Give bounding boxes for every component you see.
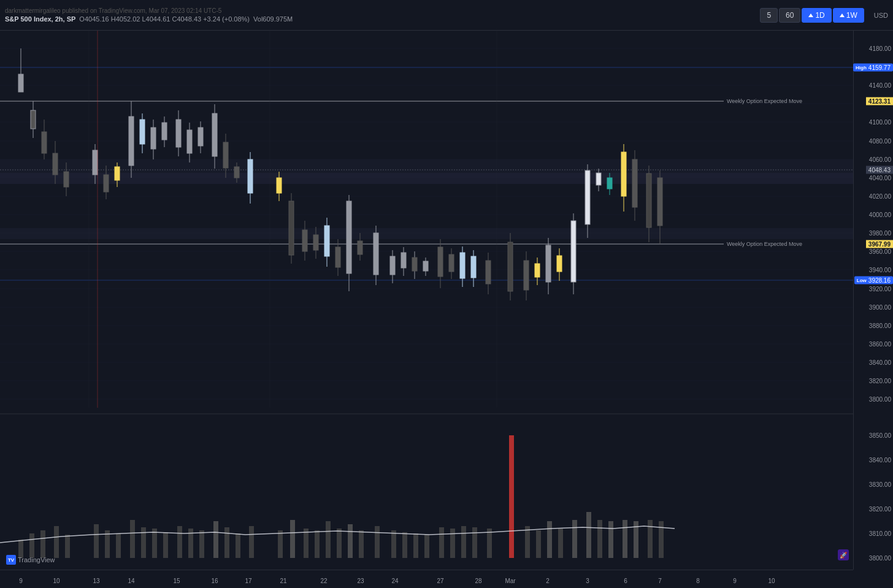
- svg-rect-76: [302, 230, 307, 251]
- svg-rect-162: [402, 532, 407, 558]
- date-16: 16: [211, 578, 218, 584]
- date-3: 3: [586, 578, 589, 584]
- svg-rect-80: [324, 226, 329, 256]
- date-9: 9: [19, 578, 23, 584]
- price-4060: 4060.00: [869, 156, 891, 163]
- symbol-title: S&P 500 Index, 2h, SP: [5, 15, 75, 23]
- svg-rect-128: [632, 159, 637, 207]
- svg-rect-152: [278, 530, 283, 558]
- svg-rect-86: [358, 241, 362, 254]
- svg-rect-74: [289, 201, 294, 255]
- svg-rect-138: [94, 524, 99, 558]
- svg-rect-34: [18, 74, 23, 92]
- svg-rect-24: [0, 173, 853, 184]
- date-24: 24: [391, 578, 398, 584]
- svg-rect-165: [439, 527, 444, 558]
- price-4180: 4180.00: [869, 45, 891, 52]
- date-mar: Mar: [505, 578, 515, 584]
- svg-rect-62: [198, 128, 203, 146]
- timeframe-buttons: 5 60 1D 1W: [760, 8, 864, 23]
- price-3820: 3820.00: [869, 378, 891, 384]
- price-3980: 3980.00: [869, 230, 891, 237]
- svg-rect-98: [438, 247, 443, 277]
- price-4080: 4080.00: [869, 138, 891, 145]
- tf-5[interactable]: 5: [760, 8, 778, 23]
- date-2: 2: [546, 578, 550, 584]
- svg-text:Weekly Option Expected Move: Weekly Option Expected Move: [727, 98, 802, 104]
- current-price: 4048.43: [868, 167, 891, 174]
- alert-arrow-1w: [840, 13, 845, 17]
- date-6: 6: [624, 578, 627, 584]
- svg-rect-44: [93, 150, 98, 175]
- svg-rect-64: [212, 113, 217, 156]
- svg-rect-144: [163, 532, 168, 558]
- date-9b: 9: [733, 578, 737, 584]
- svg-rect-157: [337, 529, 342, 558]
- low-value: 3928.16: [868, 277, 891, 284]
- svg-rect-174: [558, 529, 563, 558]
- weekly-upper-value: 4123.31: [868, 98, 891, 105]
- price-axis: High 4159.77 4048.43 Low 3928.16 4123.31…: [853, 31, 893, 570]
- price-3920: 3920.00: [869, 286, 891, 292]
- date-10: 10: [53, 578, 59, 584]
- tf-1w[interactable]: 1W: [833, 8, 864, 23]
- price-3800b: 3800.00: [869, 555, 891, 562]
- svg-rect-46: [104, 175, 109, 192]
- svg-rect-159: [359, 530, 364, 558]
- date-7: 7: [658, 578, 662, 584]
- svg-rect-137: [65, 535, 70, 558]
- svg-rect-110: [524, 261, 529, 290]
- svg-rect-58: [176, 120, 181, 147]
- svg-rect-149: [224, 527, 229, 558]
- price-4100: 4100.00: [869, 119, 891, 126]
- svg-rect-142: [141, 527, 146, 558]
- tv-logo-text: TradingView: [18, 556, 55, 563]
- svg-rect-48: [115, 167, 120, 180]
- svg-rect-154: [304, 529, 309, 558]
- price-3850: 3850.00: [869, 432, 891, 439]
- svg-rect-36: [31, 110, 36, 129]
- svg-rect-158: [348, 524, 353, 558]
- svg-rect-42: [64, 172, 69, 187]
- svg-rect-156: [326, 521, 331, 558]
- svg-rect-136: [54, 526, 59, 558]
- svg-rect-160: [375, 526, 380, 558]
- svg-rect-66: [223, 142, 228, 168]
- svg-rect-90: [390, 256, 395, 275]
- svg-rect-170: [509, 435, 514, 558]
- date-axis: 9 10 13 14 15 16 17 21 22 23 24 27 28 Ma…: [0, 570, 853, 588]
- svg-rect-163: [413, 533, 418, 558]
- svg-rect-116: [557, 256, 562, 272]
- svg-rect-168: [472, 527, 477, 558]
- svg-rect-38: [42, 132, 47, 153]
- svg-rect-102: [460, 253, 465, 278]
- price-3840: 3840.00: [869, 359, 891, 366]
- svg-rect-132: [657, 178, 662, 226]
- svg-rect-126: [621, 152, 626, 196]
- svg-rect-143: [152, 529, 157, 558]
- svg-rect-108: [508, 242, 513, 291]
- price-3830: 3830.00: [869, 481, 891, 488]
- tf-60[interactable]: 60: [779, 8, 800, 23]
- svg-rect-130: [646, 174, 651, 227]
- price-4140: 4140.00: [869, 82, 891, 89]
- date-15: 15: [173, 578, 180, 584]
- svg-rect-88: [374, 233, 378, 275]
- svg-rect-148: [213, 521, 218, 558]
- tf-1d[interactable]: 1D: [802, 8, 831, 23]
- svg-rect-122: [596, 173, 601, 185]
- date-27: 27: [437, 578, 443, 584]
- svg-rect-100: [449, 254, 454, 272]
- svg-rect-118: [571, 221, 576, 282]
- svg-rect-179: [623, 520, 627, 558]
- svg-rect-167: [461, 526, 466, 558]
- price-3800: 3800.00: [869, 396, 891, 403]
- date-13: 13: [93, 578, 99, 584]
- price-4040: 4040.00: [869, 175, 891, 181]
- rocket-icon: 🚀: [838, 549, 849, 560]
- svg-rect-134: [29, 533, 34, 558]
- svg-rect-161: [391, 530, 396, 558]
- svg-rect-151: [249, 526, 254, 558]
- price-3810: 3810.00: [869, 530, 891, 537]
- price-3820b: 3820.00: [869, 506, 891, 513]
